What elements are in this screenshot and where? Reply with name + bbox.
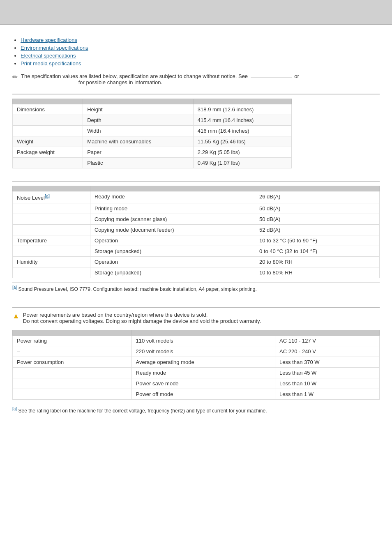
blank-link-1 [251,78,292,78]
hardware-row: Width 416 mm (16.4 inches) [13,126,292,136]
env-cell-col1 [13,267,90,278]
env-cell-col2: Copying mode (document feeder) [90,225,255,235]
elec-footnote-text: See the rating label on the machine for … [18,408,267,414]
noise-footnote-ref: [a] [45,193,50,198]
elec-footnote: [a] See the rating label on the machine … [12,404,380,416]
env-cell-col3: 52 dB(A) [255,225,379,235]
hw-cell-col3: 11.55 Kg (25.46 lbs) [193,136,291,147]
hw-cell-col2: Plastic [83,158,194,168]
env-cell-col2: Operation [90,257,255,267]
hardware-row: Depth 415.4 mm (16.4 inches) [13,115,292,126]
elec-cell-col1: – [13,346,132,357]
elec-cell-col3: Less than 10 W [275,378,380,389]
top-bar [0,0,392,25]
env-cell-col1: Noise Level[a] [13,191,90,203]
elec-cell-col1: Power consumption [13,357,132,368]
nav-link-electrical[interactable]: Electrical specifications [21,53,76,59]
elec-cell-col3: Less than 1 W [275,389,380,400]
section-divider-2 [12,181,380,182]
elec-cell-col2: Power save mode [131,378,275,389]
elec-col1-header [13,330,132,336]
elec-footnote-a-marker: [a] [12,407,17,411]
elec-cell-col1: Power rating [13,336,132,346]
hw-cell-col1: Weight [13,136,83,147]
environmental-section: Noise Level[a] Ready mode 26 dB(A) Print… [12,186,380,295]
env-row: Temperature Operation 10 to 32 °C (50 to… [13,235,380,246]
env-cell-col1: Temperature [13,235,90,246]
nav-link-print-media[interactable]: Print media specifications [21,60,81,67]
hw-cell-col1 [13,158,83,168]
env-cell-col1 [13,225,90,235]
nav-item-environmental[interactable]: Environmental specifications [21,45,380,51]
elec-cell-col2: Ready mode [131,368,275,378]
env-cell-col2: Storage (unpacked) [90,267,255,278]
elec-cell-col1 [13,389,132,400]
env-col3-header [255,186,379,191]
env-row: Copying mode (document feeder) 52 dB(A) [13,225,380,235]
hw-cell-col1 [13,126,83,136]
hw-cell-col2: Width [83,126,194,136]
env-col1-header [13,186,90,191]
env-cell-col2: Copying mode (scanner glass) [90,214,255,225]
hardware-col3-header [193,99,291,104]
environmental-table: Noise Level[a] Ready mode 26 dB(A) Print… [12,186,380,278]
elec-cell-col1 [13,368,132,378]
hw-cell-col2: Height [83,104,194,115]
elec-cell-col2: Average operating mode [131,357,275,368]
elec-cell-col1 [13,378,132,389]
env-row: Printing mode 50 dB(A) [13,203,380,214]
hardware-row: Plastic 0.49 Kg (1.07 lbs) [13,158,292,168]
env-row: Storage (unpacked) 0 to 40 °C (32 to 104… [13,246,380,257]
nav-item-hardware[interactable]: Hardware specifications [21,37,380,43]
env-footnote-text: Sound Pressure Level, ISO 7779. Configur… [18,286,256,292]
env-cell-col3: 0 to 40 °C (32 to 104 °F) [255,246,379,257]
nav-link-hardware[interactable]: Hardware specifications [21,37,77,43]
hw-cell-col3: 318.9 mm (12.6 inches) [193,104,291,115]
hardware-table: Dimensions Height 318.9 mm (12.6 inches)… [12,99,292,168]
electrical-table: Power rating 110 volt models AC 110 - 12… [12,330,380,400]
elec-row: Power rating 110 volt models AC 110 - 12… [13,336,380,346]
elec-row: – 220 volt models AC 220 - 240 V [13,346,380,357]
elec-row: Ready mode Less than 45 W [13,368,380,378]
hardware-row: Weight Machine with consumables 11.55 Kg… [13,136,292,147]
section-divider-1 [12,94,380,94]
env-cell-col2: Storage (unpacked) [90,246,255,257]
warning-icon: ▲ [12,312,20,320]
hw-cell-col1 [13,115,83,126]
elec-cell-col3: AC 220 - 240 V [275,346,380,357]
hw-cell-col1: Dimensions [13,104,83,115]
hw-cell-col3: 0.49 Kg (1.07 lbs) [193,158,291,168]
elec-cell-col3: AC 110 - 127 V [275,336,380,346]
elec-cell-col3: Less than 45 W [275,368,380,378]
hw-cell-col1: Package weight [13,147,83,158]
hw-cell-col2: Machine with consumables [83,136,194,147]
section-divider-3 [12,307,380,308]
env-cell-col1 [13,203,90,214]
env-cell-col2: Operation [90,235,255,246]
elec-cell-col2: 110 volt models [131,336,275,346]
env-cell-col2: Printing mode [90,203,255,214]
env-row: Copying mode (scanner glass) 50 dB(A) [13,214,380,225]
electrical-warning: ▲ Power requirements are based on the co… [12,312,380,324]
elec-col3-header [275,330,380,336]
nav-item-print-media[interactable]: Print media specifications [21,60,380,67]
env-row: Storage (unpacked) 10 to 80% RH [13,267,380,278]
env-col2-header [90,186,255,191]
elec-col2-header [131,330,275,336]
hw-cell-col2: Depth [83,115,194,126]
elec-cell-col2: Power off mode [131,389,275,400]
hw-cell-col3: 416 mm (16.4 inches) [193,126,291,136]
hardware-section: Dimensions Height 318.9 mm (12.6 inches)… [12,99,380,168]
env-cell-col3: 50 dB(A) [255,203,379,214]
env-cell-col1 [13,246,90,257]
env-cell-col1 [13,214,90,225]
main-content: Hardware specifications Environmental sp… [0,25,392,437]
hardware-row: Package weight Paper 2.29 Kg (5.05 lbs) [13,147,292,158]
env-cell-col1: Humidity [13,257,90,267]
elec-cell-col2: 220 volt models [131,346,275,357]
blank-link-2 [22,84,76,84]
nav-link-environmental[interactable]: Environmental specifications [21,45,88,51]
env-cell-col2: Ready mode [90,191,255,203]
nav-item-electrical[interactable]: Electrical specifications [21,53,380,59]
hardware-row: Dimensions Height 318.9 mm (12.6 inches) [13,104,292,115]
